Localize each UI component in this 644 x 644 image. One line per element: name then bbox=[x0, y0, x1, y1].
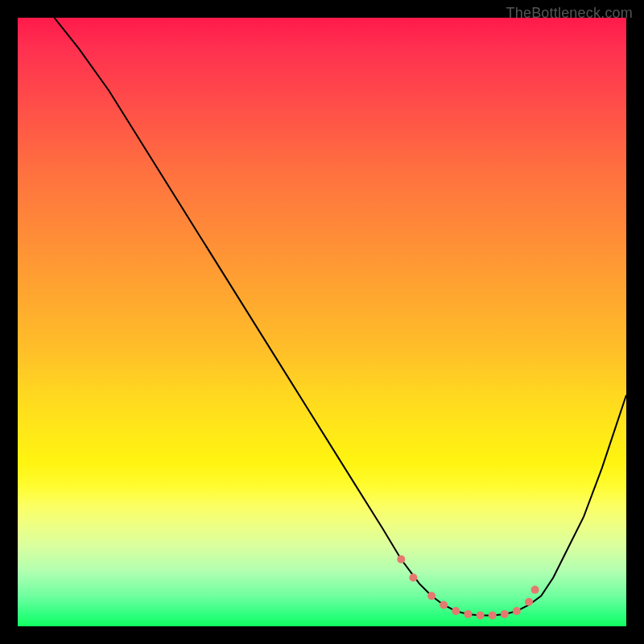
chart-area bbox=[18, 18, 626, 626]
chart-background-gradient bbox=[18, 18, 626, 626]
